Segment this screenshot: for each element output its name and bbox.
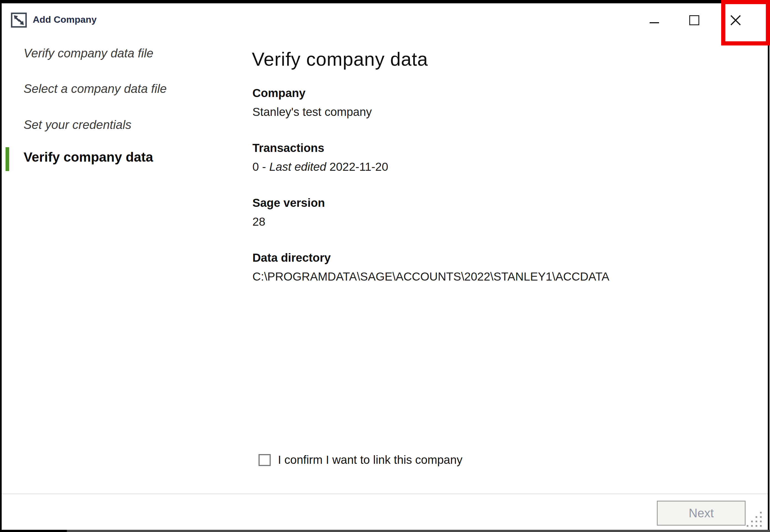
data-directory-value: C:\PROGRAMDATA\SAGE\ACCOUNTS\2022\STANLE…	[252, 270, 609, 283]
company-label: Company	[252, 86, 372, 100]
confirm-link-label[interactable]: I confirm I want to link this company	[278, 453, 463, 467]
sage-version-field: Sage version 28	[252, 196, 325, 229]
transactions-value: 0 - Last edited 2022-11-20	[252, 160, 388, 174]
step-verify-company-data-file: Verify company data file	[24, 46, 153, 61]
company-value: Stanley's test company	[252, 105, 372, 119]
company-field: Company Stanley's test company	[252, 86, 372, 119]
step-select-company-data-file: Select a company data file	[24, 82, 167, 96]
footer-separator	[2, 493, 768, 494]
transactions-count: 0 -	[252, 160, 269, 173]
app-icon	[11, 12, 27, 28]
wizard-steps-sidebar: Verify company data file Select a compan…	[2, 36, 240, 480]
window-title: Add Company	[33, 14, 96, 25]
confirm-link-checkbox[interactable]	[258, 454, 271, 466]
sage-version-value: 28	[252, 215, 325, 228]
resize-grip[interactable]	[747, 512, 748, 513]
close-button-highlight-annotation	[721, 0, 770, 45]
transactions-label: Transactions	[252, 141, 388, 155]
window-border-right	[768, 0, 769, 530]
sage-version-label: Sage version	[252, 196, 325, 210]
next-button[interactable]: Next	[657, 501, 746, 526]
page-title: Verify company data	[252, 49, 428, 70]
transactions-last-edited: Last edited	[269, 160, 326, 173]
add-company-dialog: Add Company Verify company data file Sel…	[0, 0, 770, 532]
active-step-indicator-bar	[6, 147, 9, 171]
transactions-field: Transactions 0 - Last edited 2022-11-20	[252, 141, 388, 174]
data-directory-label: Data directory	[252, 251, 609, 264]
transactions-date: 2022-11-20	[326, 160, 388, 173]
data-directory-field: Data directory C:\PROGRAMDATA\SAGE\ACCOU…	[252, 251, 609, 284]
confirm-link-row[interactable]: I confirm I want to link this company	[258, 453, 463, 467]
step-verify-company-data: Verify company data	[24, 149, 153, 165]
main-content: Verify company data Company Stanley's te…	[252, 0, 723, 493]
window-border-bottom	[0, 530, 770, 532]
step-set-your-credentials: Set your credentials	[24, 118, 131, 132]
